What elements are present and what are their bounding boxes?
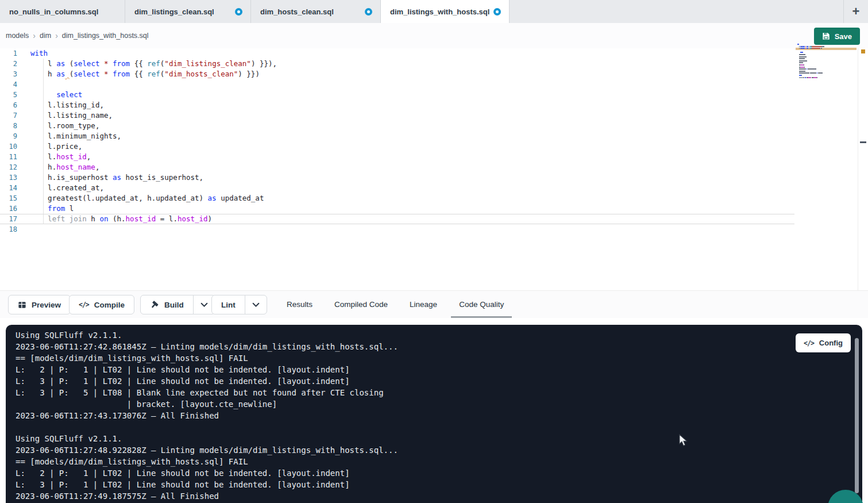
- minimap-line: [797, 52, 847, 53]
- compile-button-label: Compile: [94, 301, 125, 309]
- editor-tab-label: dim_listings_clean.sql: [134, 7, 214, 16]
- overview-ruler-cursor-marker: [860, 141, 866, 143]
- chevron-down-icon: [200, 302, 208, 308]
- minimap-line: [797, 77, 847, 78]
- build-split-button: Build: [140, 295, 215, 314]
- code-line: h.host_name,: [0, 162, 794, 172]
- tab-results[interactable]: Results: [286, 290, 314, 318]
- chevron-down-icon: [252, 302, 260, 308]
- editor-tab[interactable]: dim_listings_clean.sql: [125, 0, 251, 23]
- breadcrumb-file[interactable]: dim_listings_with_hosts.sql: [62, 32, 149, 40]
- mouse-cursor: [678, 434, 688, 449]
- minimap-line: [797, 79, 847, 80]
- code-icon: </>: [804, 339, 814, 347]
- breadcrumb-separator-icon: ›: [33, 31, 36, 40]
- unsaved-indicator-icon[interactable]: [493, 8, 501, 16]
- minimap-line: [797, 62, 847, 63]
- overview-ruler-warning-marker: [861, 49, 865, 53]
- minimap-line: [797, 44, 847, 45]
- minimap-line: [797, 72, 847, 74]
- lint-output-terminal[interactable]: Using SQLFluff v2.1.1. 2023-06-06T11:27:…: [6, 325, 862, 503]
- lint-button-label: Lint: [221, 301, 236, 309]
- hammer-icon: [150, 300, 159, 309]
- breadcrumb-models[interactable]: models: [6, 32, 29, 40]
- lint-dropdown-button[interactable]: [245, 295, 267, 314]
- editor-tab-label: dim_listings_with_hosts.sql: [390, 7, 489, 16]
- minimap-line: [797, 75, 847, 76]
- editor-tab-label: no_nulls_in_columns.sql: [9, 7, 98, 16]
- minimap-line: [797, 67, 847, 68]
- lint-split-button: Lint: [211, 295, 267, 314]
- minimap-line: [797, 50, 847, 51]
- terminal-scrollbar[interactable]: [855, 338, 859, 493]
- code-line: l.room_type,: [0, 121, 794, 131]
- code-line: l.created_at,: [0, 183, 794, 193]
- config-button-label: Config: [819, 339, 843, 347]
- code-line: l.listing_id,: [0, 100, 794, 110]
- table-icon: [18, 301, 26, 309]
- code-line: left join h on (h.host_id = l.host_id): [0, 214, 794, 224]
- lint-button[interactable]: Lint: [212, 295, 245, 314]
- code-line: select: [0, 90, 794, 100]
- code-lines[interactable]: with l as (select * from {{ ref("dim_lis…: [0, 48, 794, 235]
- minimap-line: [797, 58, 847, 59]
- breadcrumb-bar: models › dim › dim_listings_with_hosts.s…: [0, 23, 868, 48]
- breadcrumb-separator-icon: ›: [55, 31, 58, 40]
- preview-button[interactable]: Preview: [8, 295, 71, 314]
- preview-button-label: Preview: [32, 301, 61, 309]
- minimap-line: [797, 71, 847, 72]
- code-line: greatest(l.updated_at, h.updated_at) as …: [0, 193, 794, 203]
- minimap[interactable]: [797, 44, 847, 81]
- tab-compiled-code[interactable]: Compiled Code: [333, 290, 389, 318]
- build-button-label: Build: [164, 301, 184, 309]
- minimap-line: [797, 48, 847, 49]
- minimap-line: [797, 46, 847, 47]
- code-line: with: [0, 48, 794, 59]
- save-button[interactable]: Save: [814, 28, 860, 45]
- new-tab-button[interactable]: +: [843, 0, 868, 23]
- editor-tab[interactable]: no_nulls_in_columns.sql: [0, 0, 125, 23]
- save-icon: [822, 32, 830, 40]
- tab-bar: no_nulls_in_columns.sqldim_listings_clea…: [0, 0, 868, 23]
- save-button-label: Save: [835, 32, 852, 41]
- minimap-line: [797, 64, 847, 66]
- editor-tab-label: dim_hosts_clean.sql: [260, 7, 334, 16]
- config-button[interactable]: </> Config: [796, 333, 851, 352]
- code-line: l.host_id,: [0, 152, 794, 162]
- tab-code-quality[interactable]: Code Quality: [458, 290, 505, 318]
- code-icon: </>: [79, 301, 89, 309]
- code-line: [0, 79, 794, 90]
- code-line: h.is_superhost as host_is_superhost,: [0, 172, 794, 183]
- unsaved-indicator-icon[interactable]: [365, 8, 372, 16]
- breadcrumb-dim[interactable]: dim: [40, 32, 51, 40]
- compile-button[interactable]: </> Compile: [69, 295, 134, 314]
- tab-lineage[interactable]: Lineage: [408, 290, 438, 318]
- minimap-line: [797, 56, 847, 57]
- minimap-line: [797, 68, 847, 70]
- build-button[interactable]: Build: [141, 295, 193, 314]
- code-line: l.minimum_nights,: [0, 131, 794, 141]
- editor-tab[interactable]: dim_hosts_clean.sql: [251, 0, 381, 23]
- result-tab-bar: Results Compiled Code Lineage Code Quali…: [286, 290, 505, 318]
- code-line: from l: [0, 203, 794, 214]
- terminal-output: Using SQLFluff v2.1.1. 2023-06-06T11:27:…: [16, 329, 398, 502]
- code-line: l.listing_name,: [0, 110, 794, 121]
- editor-tab[interactable]: dim_listings_with_hosts.sql: [381, 0, 510, 23]
- breadcrumb: models › dim › dim_listings_with_hosts.s…: [6, 23, 149, 48]
- code-editor[interactable]: 123456789101112131415161718 with l as (s…: [0, 48, 868, 290]
- code-line: l as (select * from {{ ref("dim_listings…: [0, 59, 794, 69]
- code-line: h as (select * from {{ ref("dim_hosts_cl…: [0, 69, 794, 79]
- minimap-line: [797, 54, 847, 55]
- code-line: l.price,: [0, 141, 794, 152]
- minimap-line: [797, 60, 847, 62]
- unsaved-indicator-icon[interactable]: [235, 8, 242, 16]
- code-line: [0, 224, 794, 235]
- overview-ruler: [858, 48, 858, 290]
- ide-window: no_nulls_in_columns.sqldim_listings_clea…: [0, 0, 868, 503]
